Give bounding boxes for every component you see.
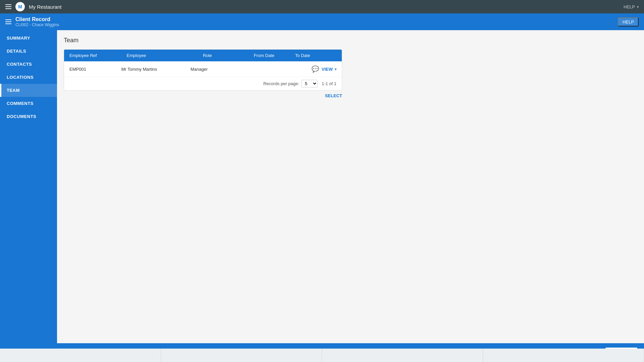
col-header-emp-ref: Employee Ref: [69, 53, 127, 58]
modal-title-group: Client Record CLI002 - Chace Wiggins: [15, 16, 59, 27]
app-logo: M: [15, 2, 25, 11]
sidebar-item-summary[interactable]: SUMMARY: [0, 32, 57, 45]
modal-body: SUMMARY DETAILS CONTACTS LOCATIONS TEAM …: [0, 30, 644, 343]
app-title: My Restaurant: [29, 4, 62, 10]
table-header-row: Employee Ref Employee Role From Date To …: [64, 50, 342, 61]
sidebar-item-comments[interactable]: COMMENTS: [0, 97, 57, 110]
section-title: Team: [64, 37, 637, 44]
sidebar-item-documents[interactable]: DOCUMENTS: [0, 110, 57, 123]
col-header-role: Role: [203, 53, 254, 58]
bottom-cell-4: [483, 349, 644, 362]
table-row: EMP001 Mr Tommy Martins Manager 💬 VIEW ▾: [64, 61, 342, 77]
view-button[interactable]: VIEW ▾: [322, 67, 336, 72]
sidebar-item-details[interactable]: DETAILS: [0, 45, 57, 58]
sidebar-item-contacts[interactable]: CONTACTS: [0, 58, 57, 71]
cell-emp-ref: EMP001: [69, 67, 121, 72]
records-per-page-label: Records per page:: [263, 81, 299, 86]
col-header-employee: Employee: [127, 53, 203, 58]
pagination-info: 1-1 of 1: [322, 81, 336, 86]
team-table: Employee Ref Employee Role From Date To …: [64, 49, 342, 90]
view-chevron-icon: ▾: [335, 67, 336, 71]
table-footer: Records per page: 5 10 25 1-1 of 1: [64, 77, 342, 90]
modal-subtitle: CLI002 - Chace Wiggins: [15, 22, 59, 27]
client-record-modal: Client Record CLI002 - Chace Wiggins HEL…: [0, 13, 644, 362]
cell-actions: 💬 VIEW ▾: [312, 65, 336, 73]
cell-employee: Mr Tommy Martins: [121, 67, 191, 72]
comment-icon[interactable]: 💬: [312, 65, 319, 73]
records-per-page-control: Records per page: 5 10 25: [263, 80, 318, 87]
sidebar-item-team[interactable]: TEAM: [0, 84, 57, 97]
chevron-down-icon: ▾: [637, 5, 639, 9]
modal-menu-icon[interactable]: [5, 19, 11, 24]
menu-hamburger-icon[interactable]: [5, 4, 11, 9]
bottom-cell-1: [0, 349, 161, 362]
top-navbar: M My Restaurant HELP ▾: [0, 0, 644, 13]
col-header-to-date: To Date: [295, 53, 336, 58]
bottom-cell-2: [161, 349, 322, 362]
top-help-button[interactable]: HELP ▾: [624, 4, 639, 9]
bottom-cell-3: [322, 349, 483, 362]
bottom-strip: [0, 349, 644, 362]
cell-role: Manager: [191, 67, 236, 72]
row-actions-group: 💬 VIEW ▾: [312, 65, 336, 73]
sidebar-item-locations[interactable]: LOCATIONS: [0, 71, 57, 84]
select-button[interactable]: SELECT: [64, 90, 342, 101]
per-page-select[interactable]: 5 10 25: [301, 80, 318, 87]
modal-header: Client Record CLI002 - Chace Wiggins HEL…: [0, 13, 644, 30]
sidebar-nav: SUMMARY DETAILS CONTACTS LOCATIONS TEAM …: [0, 30, 57, 343]
modal-help-button[interactable]: HELP: [618, 17, 639, 26]
main-content: Team Employee Ref Employee Role From Dat…: [57, 30, 644, 343]
modal-title: Client Record: [15, 16, 59, 22]
col-header-from-date: From Date: [254, 53, 295, 58]
